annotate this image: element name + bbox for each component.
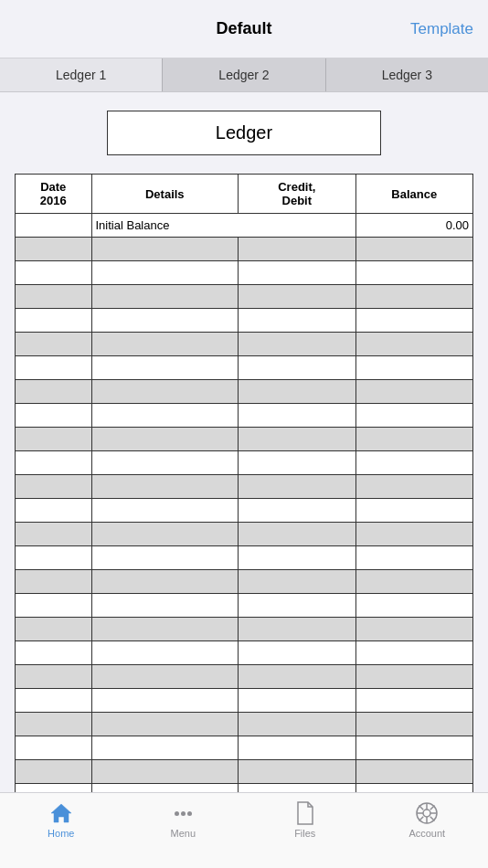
- table-row[interactable]: [16, 309, 473, 333]
- cell-empty: [91, 689, 239, 713]
- table-row[interactable]: [16, 641, 473, 665]
- cell-empty: [355, 309, 472, 333]
- cell-empty: [239, 641, 355, 665]
- cell-balance: 0.00: [355, 214, 472, 238]
- cell-empty: [91, 380, 239, 404]
- cell-empty: [355, 523, 472, 546]
- cell-empty: [239, 713, 355, 736]
- nav-home[interactable]: Home: [0, 800, 122, 839]
- table-row[interactable]: [16, 618, 473, 641]
- cell-empty: [355, 404, 472, 428]
- template-button[interactable]: Template: [410, 20, 473, 38]
- table-row[interactable]: [16, 285, 473, 309]
- tab-ledger3[interactable]: Ledger 3: [326, 58, 488, 91]
- header: Default Template: [0, 0, 488, 58]
- cell-empty: [355, 665, 472, 689]
- cell-empty: [91, 285, 239, 309]
- cell-empty: [239, 546, 355, 570]
- cell-empty: [355, 428, 472, 451]
- cell-empty: [91, 546, 239, 570]
- cell-empty: [355, 475, 472, 499]
- cell-empty: [239, 356, 355, 380]
- table-row[interactable]: [16, 570, 473, 594]
- table-row[interactable]: [16, 380, 473, 404]
- table-row[interactable]: [16, 594, 473, 618]
- cell-empty: [16, 309, 92, 333]
- cell-empty: [16, 546, 92, 570]
- cell-details: Initial Balance: [91, 214, 355, 238]
- table-row[interactable]: [16, 428, 473, 451]
- cell-empty: [239, 523, 355, 546]
- table-row[interactable]: [16, 261, 473, 285]
- nav-files-label: Files: [294, 828, 315, 839]
- cell-empty: [239, 285, 355, 309]
- cell-empty: [16, 760, 92, 784]
- cell-empty: [91, 238, 239, 261]
- cell-empty: [91, 261, 239, 285]
- table-row[interactable]: [16, 404, 473, 428]
- table-row[interactable]: [16, 356, 473, 380]
- cell-empty: [91, 451, 239, 475]
- cell-empty: [16, 570, 92, 594]
- cell-empty: [16, 523, 92, 546]
- table-row-initial[interactable]: Initial Balance 0.00: [16, 214, 473, 238]
- files-icon: [292, 800, 318, 826]
- cell-empty: [355, 618, 472, 641]
- cell-empty: [239, 309, 355, 333]
- dot3: [187, 811, 192, 816]
- cell-empty: [91, 618, 239, 641]
- dot1: [175, 811, 179, 816]
- cell-empty: [355, 760, 472, 784]
- ledger-title: Ledger: [107, 111, 381, 155]
- cell-empty: [355, 333, 472, 356]
- table-row[interactable]: [16, 713, 473, 736]
- nav-account[interactable]: Account: [366, 800, 489, 839]
- col-header-details: Details: [91, 175, 239, 214]
- cell-empty: [16, 689, 92, 713]
- cell-empty: [16, 261, 92, 285]
- main-content: Ledger Date 2016 Details Credit, Debit B…: [0, 92, 488, 868]
- cell-empty: [355, 356, 472, 380]
- cell-empty: [239, 689, 355, 713]
- table-row[interactable]: [16, 523, 473, 546]
- table-row[interactable]: [16, 689, 473, 713]
- table-row[interactable]: [16, 760, 473, 784]
- table-row[interactable]: [16, 475, 473, 499]
- table-row[interactable]: [16, 238, 473, 261]
- cell-empty: [16, 618, 92, 641]
- nav-files[interactable]: Files: [244, 800, 366, 839]
- cell-empty: [239, 736, 355, 760]
- svg-line-8: [430, 817, 435, 821]
- cell-empty: [239, 618, 355, 641]
- cell-empty: [16, 736, 92, 760]
- cell-empty: [239, 238, 355, 261]
- table-row[interactable]: [16, 451, 473, 475]
- table-row[interactable]: [16, 546, 473, 570]
- table-row[interactable]: [16, 736, 473, 760]
- cell-empty: [16, 238, 92, 261]
- table-row[interactable]: [16, 499, 473, 523]
- cell-empty: [355, 736, 472, 760]
- svg-line-7: [419, 806, 424, 810]
- cell-empty: [16, 333, 92, 356]
- cell-empty: [91, 665, 239, 689]
- tab-ledger2[interactable]: Ledger 2: [163, 58, 325, 91]
- ledger-table: Date 2016 Details Credit, Debit Balance …: [15, 174, 473, 855]
- table-row[interactable]: [16, 665, 473, 689]
- cell-empty: [91, 499, 239, 523]
- cell-empty: [239, 594, 355, 618]
- table-row[interactable]: [16, 333, 473, 356]
- cell-empty: [239, 333, 355, 356]
- svg-point-2: [423, 810, 430, 817]
- nav-menu[interactable]: Menu: [122, 800, 245, 839]
- cell-empty: [91, 713, 239, 736]
- cell-empty: [16, 356, 92, 380]
- col-header-balance: Balance: [355, 175, 472, 214]
- nav-home-label: Home: [48, 828, 74, 839]
- cell-empty: [355, 641, 472, 665]
- cell-empty: [355, 380, 472, 404]
- cell-empty: [91, 404, 239, 428]
- cell-empty: [16, 404, 92, 428]
- tab-ledger1[interactable]: Ledger 1: [0, 58, 163, 91]
- cell-date: [16, 214, 92, 238]
